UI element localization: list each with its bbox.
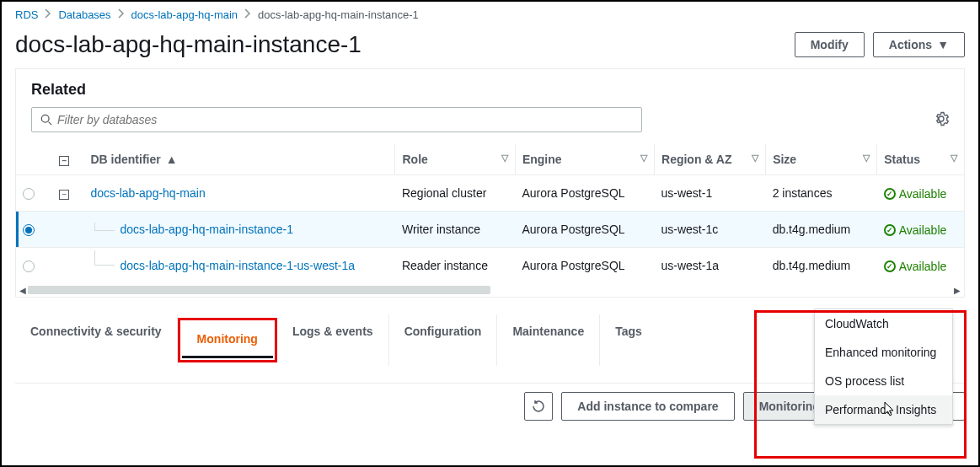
cell-role: Reader instance bbox=[395, 248, 515, 284]
refresh-button[interactable] bbox=[524, 392, 553, 421]
expand-all-icon[interactable]: − bbox=[59, 156, 69, 166]
chevron-right-icon bbox=[45, 8, 51, 21]
status-available: ✓Available bbox=[884, 187, 947, 201]
related-panel: Related − DB identifier▲ Role▽ Engine▽ R… bbox=[15, 68, 965, 298]
cell-region: us-west-1a bbox=[655, 248, 766, 284]
tab-tags[interactable]: Tags bbox=[600, 314, 657, 366]
page-title: docs-lab-apg-hq-main-instance-1 bbox=[15, 31, 361, 58]
cell-engine: Aurora PostgreSQL bbox=[515, 212, 654, 248]
cell-size: db.t4g.medium bbox=[766, 212, 877, 248]
svg-line-1 bbox=[49, 122, 52, 126]
status-available: ✓Available bbox=[884, 260, 947, 273]
caret-down-icon: ▽ bbox=[501, 153, 508, 164]
table-row[interactable]: − docs-lab-apg-hq-main Regional cluster … bbox=[16, 175, 964, 212]
sort-asc-icon: ▲ bbox=[166, 153, 178, 166]
chevron-right-icon bbox=[118, 8, 125, 21]
db-identifier-link[interactable]: docs-lab-apg-hq-main bbox=[90, 186, 205, 200]
dropdown-item-performance-insights[interactable]: Performance Insights bbox=[815, 395, 952, 424]
check-circle-icon: ✓ bbox=[884, 224, 896, 236]
table-row[interactable]: docs-lab-apg-hq-main-instance-1 Writer i… bbox=[16, 212, 964, 248]
tab-configuration[interactable]: Configuration bbox=[389, 314, 498, 366]
gear-icon[interactable] bbox=[934, 111, 949, 129]
page-header: docs-lab-apg-hq-main-instance-1 Modify A… bbox=[2, 28, 978, 68]
cell-role: Regional cluster bbox=[395, 175, 515, 212]
svg-point-0 bbox=[41, 115, 49, 122]
caret-down-icon: ▼ bbox=[937, 38, 949, 51]
db-identifier-link[interactable]: docs-lab-apg-hq-main-instance-1 bbox=[120, 223, 292, 236]
caret-down-icon: ▽ bbox=[640, 153, 647, 164]
check-circle-icon: ✓ bbox=[884, 260, 896, 272]
check-circle-icon: ✓ bbox=[884, 188, 896, 200]
status-available: ✓Available bbox=[884, 223, 947, 237]
table-row[interactable]: docs-lab-apg-hq-main-instance-1-us-west-… bbox=[16, 248, 964, 284]
databases-table: − DB identifier▲ Role▽ Engine▽ Region & … bbox=[16, 144, 964, 283]
caret-down-icon: ▽ bbox=[752, 153, 758, 164]
breadcrumb-link[interactable]: RDS bbox=[15, 8, 38, 21]
row-radio[interactable] bbox=[23, 188, 35, 200]
chevron-right-icon bbox=[244, 8, 251, 21]
caret-down-icon: ▽ bbox=[951, 153, 957, 164]
cell-size: db.t4g.medium bbox=[766, 248, 877, 284]
scroll-left-icon[interactable]: ◀ bbox=[18, 286, 28, 295]
db-identifier-link[interactable]: docs-lab-apg-hq-main-instance-1-us-west-… bbox=[120, 259, 355, 272]
search-icon bbox=[40, 114, 52, 126]
scroll-right-icon[interactable]: ▶ bbox=[952, 286, 962, 295]
breadcrumb-current: docs-lab-apg-hq-main-instance-1 bbox=[258, 8, 419, 21]
breadcrumb: RDS Databases docs-lab-apg-hq-main docs-… bbox=[2, 2, 978, 28]
col-engine[interactable]: Engine▽ bbox=[515, 144, 654, 175]
dropdown-item-os-process-list[interactable]: OS process list bbox=[815, 367, 952, 395]
collapse-icon[interactable]: − bbox=[59, 190, 69, 200]
filter-input[interactable] bbox=[57, 113, 633, 126]
col-db-identifier[interactable]: DB identifier▲ bbox=[83, 144, 394, 175]
col-status[interactable]: Status▽ bbox=[877, 144, 964, 175]
col-size[interactable]: Size▽ bbox=[766, 144, 877, 175]
row-radio[interactable] bbox=[23, 260, 35, 272]
add-instance-button[interactable]: Add instance to compare bbox=[561, 392, 734, 421]
col-role[interactable]: Role▽ bbox=[395, 144, 515, 175]
cell-region: us-west-1 bbox=[655, 175, 766, 212]
filter-input-wrap[interactable] bbox=[31, 107, 642, 132]
tab-maintenance[interactable]: Maintenance bbox=[497, 314, 600, 366]
breadcrumb-link[interactable]: docs-lab-apg-hq-main bbox=[131, 8, 238, 21]
cell-role: Writer instance bbox=[395, 212, 515, 248]
caret-down-icon: ▽ bbox=[863, 153, 870, 164]
modify-button[interactable]: Modify bbox=[795, 32, 865, 57]
actions-button[interactable]: Actions ▼ bbox=[873, 32, 965, 57]
horizontal-scrollbar[interactable]: ◀ ▶ bbox=[16, 283, 964, 297]
refresh-icon bbox=[532, 400, 545, 413]
dropdown-item-cloudwatch[interactable]: CloudWatch bbox=[815, 309, 952, 338]
tab-connectivity-security[interactable]: Connectivity & security bbox=[15, 314, 178, 366]
tab-logs-events[interactable]: Logs & events bbox=[277, 314, 389, 366]
cell-region: us-west-1c bbox=[655, 212, 766, 248]
dropdown-item-enhanced-monitoring[interactable]: Enhanced monitoring bbox=[815, 338, 952, 367]
cell-engine: Aurora PostgreSQL bbox=[515, 248, 654, 284]
col-region-az[interactable]: Region & AZ▽ bbox=[655, 144, 766, 175]
tab-monitoring[interactable]: Monitoring bbox=[182, 322, 273, 358]
breadcrumb-link[interactable]: Databases bbox=[58, 8, 110, 21]
cell-size: 2 instances bbox=[766, 175, 877, 212]
related-title: Related bbox=[31, 81, 949, 99]
cell-engine: Aurora PostgreSQL bbox=[515, 175, 654, 212]
row-radio[interactable] bbox=[23, 224, 35, 236]
monitoring-dropdown-menu: CloudWatch Enhanced monitoring OS proces… bbox=[814, 309, 953, 425]
